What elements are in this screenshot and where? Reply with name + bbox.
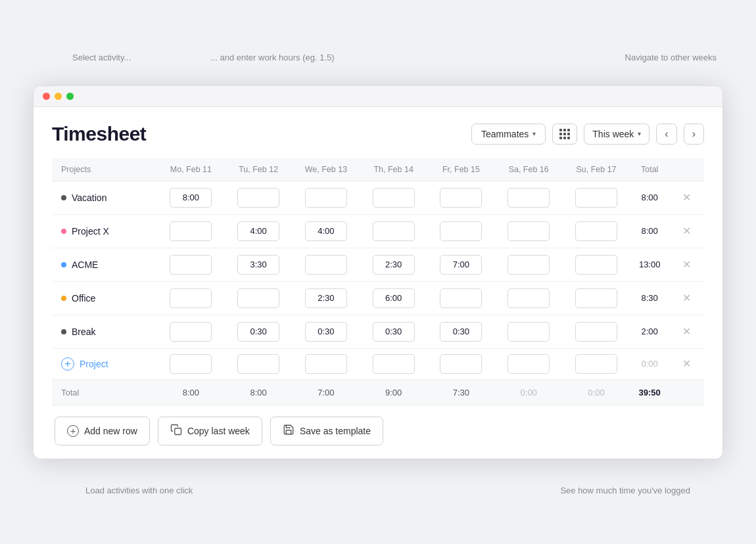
time-input[interactable]: [508, 288, 550, 308]
delete-cell[interactable]: ✕: [669, 248, 704, 281]
time-cell-fri[interactable]: [427, 248, 495, 281]
time-cell-fri[interactable]: [427, 214, 495, 248]
time-cell-mon[interactable]: [157, 348, 225, 379]
time-cell-sun[interactable]: [563, 248, 630, 281]
time-input[interactable]: [440, 322, 482, 342]
time-cell-sat[interactable]: [495, 315, 563, 348]
add-new-row-button[interactable]: + Add new row: [55, 417, 150, 445]
delete-cell[interactable]: ✕: [669, 281, 704, 315]
prev-week-button[interactable]: ‹: [656, 124, 676, 145]
time-cell-tue[interactable]: [225, 281, 293, 315]
time-input[interactable]: [508, 221, 550, 241]
time-input[interactable]: [305, 322, 347, 342]
time-cell-thu[interactable]: [360, 248, 427, 281]
time-input[interactable]: [440, 255, 482, 275]
time-input[interactable]: [170, 221, 212, 241]
time-input[interactable]: [170, 322, 212, 342]
time-cell-thu[interactable]: [360, 315, 427, 348]
delete-row-button[interactable]: ✕: [678, 191, 695, 204]
time-input[interactable]: [440, 188, 482, 208]
time-input[interactable]: [440, 221, 482, 241]
time-cell-sun[interactable]: [563, 181, 630, 214]
time-input[interactable]: [373, 255, 415, 275]
time-input[interactable]: [237, 354, 279, 374]
time-cell-wed[interactable]: [293, 348, 360, 379]
time-cell-wed[interactable]: [293, 248, 360, 281]
time-cell-wed[interactable]: [293, 281, 360, 315]
save-as-template-button[interactable]: Save as template: [270, 417, 383, 445]
time-input[interactable]: [305, 221, 347, 241]
time-input[interactable]: [575, 288, 617, 308]
time-cell-mon[interactable]: [157, 248, 225, 281]
time-cell-mon[interactable]: [157, 281, 225, 315]
delete-cell[interactable]: ✕: [669, 348, 704, 379]
time-input[interactable]: [508, 188, 550, 208]
time-input[interactable]: [575, 322, 617, 342]
delete-cell[interactable]: ✕: [669, 315, 704, 348]
time-input[interactable]: [508, 354, 550, 374]
time-cell-mon[interactable]: [157, 181, 225, 214]
this-week-button[interactable]: This week ▾: [584, 124, 650, 145]
time-cell-tue[interactable]: [225, 315, 293, 348]
delete-row-button[interactable]: ✕: [678, 357, 695, 371]
time-input[interactable]: [237, 188, 279, 208]
time-cell-tue[interactable]: [225, 181, 293, 214]
time-input[interactable]: [440, 354, 482, 374]
time-input[interactable]: [170, 288, 212, 308]
time-cell-thu[interactable]: [360, 214, 427, 248]
time-input[interactable]: [373, 288, 415, 308]
time-cell-sat[interactable]: [495, 181, 563, 214]
time-cell-tue[interactable]: [225, 214, 293, 248]
time-input[interactable]: [305, 255, 347, 275]
time-cell-thu[interactable]: [360, 348, 427, 379]
time-input[interactable]: [170, 354, 212, 374]
time-input[interactable]: [305, 354, 347, 374]
time-cell-wed[interactable]: [293, 181, 360, 214]
time-cell-wed[interactable]: [293, 214, 360, 248]
teammates-button[interactable]: Teammates ▾: [471, 124, 546, 145]
time-input[interactable]: [237, 221, 279, 241]
time-input[interactable]: [575, 188, 617, 208]
time-cell-fri[interactable]: [427, 181, 495, 214]
time-input[interactable]: [508, 255, 550, 275]
time-cell-sat[interactable]: [495, 348, 563, 379]
time-input[interactable]: [508, 322, 550, 342]
time-input[interactable]: [575, 354, 617, 374]
time-input[interactable]: [237, 322, 279, 342]
time-cell-thu[interactable]: [360, 181, 427, 214]
time-cell-sat[interactable]: [495, 248, 563, 281]
grid-view-button[interactable]: [552, 124, 577, 145]
time-input[interactable]: [373, 188, 415, 208]
time-input[interactable]: [575, 255, 617, 275]
time-cell-tue[interactable]: [225, 348, 293, 379]
copy-last-week-button[interactable]: Copy last week: [158, 417, 262, 445]
browser-dot-yellow[interactable]: [55, 93, 62, 100]
time-cell-mon[interactable]: [157, 214, 225, 248]
time-cell-fri[interactable]: [427, 348, 495, 379]
time-cell-sun[interactable]: [563, 214, 630, 248]
time-cell-tue[interactable]: [225, 248, 293, 281]
time-input[interactable]: [170, 255, 212, 275]
time-input[interactable]: [305, 288, 347, 308]
time-input[interactable]: [305, 188, 347, 208]
time-input[interactable]: [373, 354, 415, 374]
add-project-button[interactable]: + Project: [61, 357, 108, 371]
delete-row-button[interactable]: ✕: [678, 325, 695, 338]
browser-dot-green[interactable]: [66, 93, 74, 100]
delete-row-button[interactable]: ✕: [678, 258, 695, 271]
add-project-cell[interactable]: + Project: [52, 348, 157, 379]
delete-row-button[interactable]: ✕: [678, 225, 695, 238]
time-cell-fri[interactable]: [427, 315, 495, 348]
time-input[interactable]: [170, 188, 212, 208]
time-cell-sun[interactable]: [563, 281, 630, 315]
time-input[interactable]: [373, 221, 415, 241]
time-cell-sat[interactable]: [495, 214, 563, 248]
time-input[interactable]: [440, 288, 482, 308]
time-cell-mon[interactable]: [157, 315, 225, 348]
time-input[interactable]: [237, 255, 279, 275]
time-input[interactable]: [575, 221, 617, 241]
time-cell-wed[interactable]: [293, 315, 360, 348]
delete-cell[interactable]: ✕: [669, 214, 704, 248]
delete-row-button[interactable]: ✕: [678, 292, 695, 305]
time-cell-sat[interactable]: [495, 281, 563, 315]
